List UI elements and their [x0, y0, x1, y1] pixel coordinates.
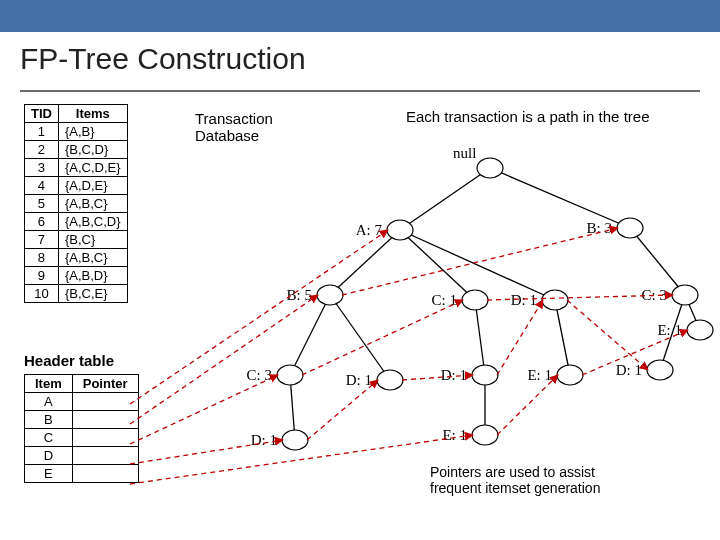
tree-node: [542, 290, 568, 310]
tree-node: [282, 430, 308, 450]
svg-line-2: [330, 230, 400, 295]
table-row: 2{B,C,D}: [25, 141, 128, 159]
header-table-title: Header table: [24, 352, 114, 369]
tree-node-label: B: 3: [587, 220, 612, 236]
tree-node-label: D: 1: [346, 372, 372, 388]
tx-col-tid: TID: [25, 105, 59, 123]
table-row: D: [25, 447, 139, 465]
tree-node-label: D: 1: [511, 292, 537, 308]
transaction-table: TID Items 1{A,B}2{B,C,D}3{A,C,D,E}4{A,D,…: [24, 104, 128, 303]
tree-node: [477, 158, 503, 178]
svg-line-1: [490, 168, 630, 228]
tree-node-label: E: 1: [527, 367, 552, 383]
top-accent-bar: [0, 0, 720, 32]
table-row: 7{B,C}: [25, 231, 128, 249]
table-row: 4{A,D,E}: [25, 177, 128, 195]
tree-node: [472, 425, 498, 445]
tree-node: [647, 360, 673, 380]
tree-node: [472, 365, 498, 385]
tree-node-label: E: 1: [442, 427, 467, 443]
table-row: B: [25, 411, 139, 429]
tree-node: [277, 365, 303, 385]
title-rule: [20, 90, 700, 92]
fp-tree: A: 7B: 3B: 5C: 1D: 1C: 3C: 3D: 1D: 1E: 1…: [200, 100, 720, 530]
svg-line-0: [400, 168, 490, 230]
tree-node: [687, 320, 713, 340]
hdr-col-item: Item: [25, 375, 73, 393]
tree-node: [387, 220, 413, 240]
tree-node: [617, 218, 643, 238]
table-row: 3{A,C,D,E}: [25, 159, 128, 177]
tree-node-label: C: 3: [247, 367, 272, 383]
table-row: 9{A,B,D}: [25, 267, 128, 285]
tree-node-label: D: 1: [251, 432, 277, 448]
page-title: FP-Tree Construction: [20, 42, 306, 76]
table-row: 1{A,B}: [25, 123, 128, 141]
tree-node-label: C: 1: [432, 292, 457, 308]
svg-line-6: [290, 295, 330, 375]
table-row: 8{A,B,C}: [25, 249, 128, 267]
tree-node: [317, 285, 343, 305]
svg-line-4: [400, 230, 555, 300]
svg-line-5: [630, 228, 685, 295]
tree-node: [672, 285, 698, 305]
tree-node: [462, 290, 488, 310]
tree-node-label: B: 5: [287, 287, 312, 303]
hdr-col-pointer: Pointer: [72, 375, 138, 393]
tree-node: [377, 370, 403, 390]
table-row: C: [25, 429, 139, 447]
svg-line-3: [400, 230, 475, 300]
tree-node-label: D: 1: [441, 367, 467, 383]
tree-node-label: E: 1: [657, 322, 682, 338]
table-row: A: [25, 393, 139, 411]
svg-line-9: [555, 300, 570, 375]
header-table: Item Pointer A B C D E: [24, 374, 139, 483]
tree-node-label: D: 1: [616, 362, 642, 378]
tx-col-items: Items: [58, 105, 127, 123]
table-row: E: [25, 465, 139, 483]
table-row: 6{A,B,C,D}: [25, 213, 128, 231]
tree-node-label: C: 3: [642, 287, 667, 303]
svg-line-7: [330, 295, 390, 380]
tree-node: [557, 365, 583, 385]
table-row: 10{B,C,E}: [25, 285, 128, 303]
tree-node-label: A: 7: [356, 222, 383, 238]
svg-line-8: [475, 300, 485, 375]
table-row: 5{A,B,C}: [25, 195, 128, 213]
